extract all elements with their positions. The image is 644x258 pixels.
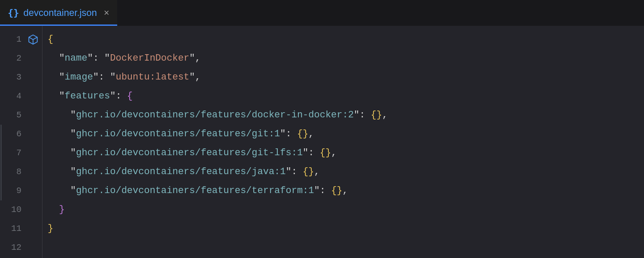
line-number: 11 [0,219,24,238]
line-number: 10 [0,200,24,219]
tab-devcontainer[interactable]: {} devcontainer.json × [0,0,117,25]
tab-bar: {} devcontainer.json × [0,0,644,26]
line-number: 4 [0,87,24,106]
line-number: 12 [0,238,24,257]
code-line[interactable] [43,238,644,257]
line-highlight-strip [0,125,2,200]
tab-filename: devcontainer.json [24,7,97,18]
cube-icon [27,34,39,45]
code-editor[interactable]: 1 2 3 4 5 6 7 8 9 10 11 12 { "name": "Do… [0,26,644,258]
close-icon[interactable]: × [104,7,109,18]
line-number: 3 [0,68,24,87]
code-line[interactable]: } [43,219,644,238]
code-line[interactable]: "name": "DockerInDocker", [43,49,644,68]
line-number: 5 [0,106,24,125]
line-number: 7 [0,144,24,163]
code-line[interactable]: "image": "ubuntu:latest", [43,68,644,87]
line-number: 8 [0,163,24,181]
line-number: 9 [0,181,24,200]
line-number: 6 [0,125,24,144]
code-line[interactable]: { [43,30,644,49]
code-line[interactable]: "ghcr.io/devcontainers/features/docker-i… [43,106,644,125]
code-line[interactable]: "ghcr.io/devcontainers/features/java:1":… [43,163,644,181]
line-number: 1 [0,30,24,49]
code-line[interactable]: "ghcr.io/devcontainers/features/terrafor… [43,181,644,200]
code-line[interactable]: "ghcr.io/devcontainers/features/git:1": … [43,125,644,144]
line-number-gutter: 1 2 3 4 5 6 7 8 9 10 11 12 [0,26,24,258]
json-braces-icon: {} [8,7,19,18]
line-number: 2 [0,49,24,68]
code-line[interactable]: "ghcr.io/devcontainers/features/git-lfs:… [43,144,644,163]
code-line[interactable]: } [43,200,644,219]
code-content[interactable]: { "name": "DockerInDocker", "image": "ub… [42,26,644,258]
glyph-margin [24,26,42,258]
code-line[interactable]: "features": { [43,87,644,106]
